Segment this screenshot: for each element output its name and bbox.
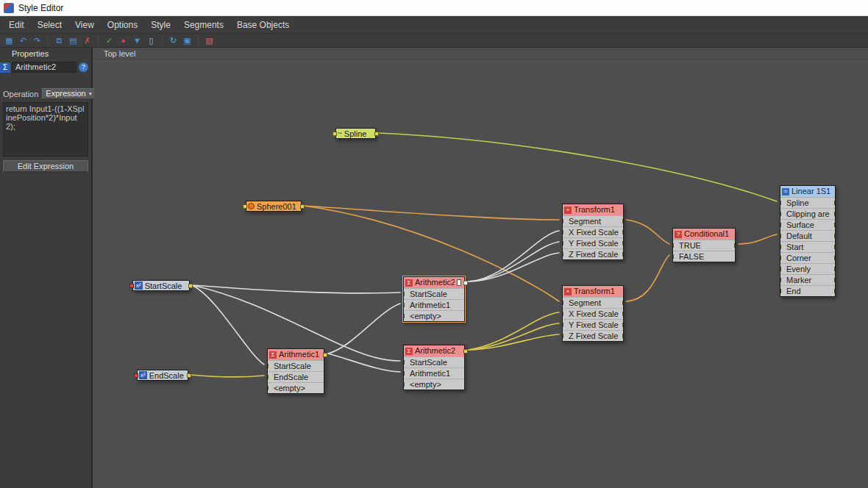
input-port[interactable] [404, 303, 405, 307]
input-port[interactable] [563, 323, 563, 327]
input-port[interactable] [404, 360, 405, 365]
output-port[interactable] [834, 201, 835, 205]
node-arithmetic1[interactable]: Σ Arithmetic1 StartScale EndScale <empty… [267, 348, 324, 394]
input-port[interactable] [780, 289, 781, 293]
input-port[interactable] [673, 243, 674, 248]
menu-segments[interactable]: Segments [177, 18, 230, 32]
output-port[interactable] [622, 323, 623, 327]
input-port[interactable] [268, 386, 268, 390]
output-port[interactable] [834, 256, 835, 260]
toolbar-undo-icon[interactable]: ↶ [18, 35, 29, 46]
menu-options[interactable]: Options [101, 18, 144, 32]
input-port[interactable] [780, 223, 781, 227]
wire-transform-bottom-to-conditional[interactable] [626, 255, 669, 301]
node-header[interactable]: + Transform1 [563, 204, 623, 215]
toolbar-trash-icon[interactable]: ▯ [146, 35, 157, 46]
output-port[interactable] [622, 219, 623, 223]
output-port[interactable] [187, 373, 191, 378]
node-endscale[interactable]: x² EndScale [137, 370, 188, 381]
properties-tab[interactable]: Properties [0, 48, 91, 60]
node-header[interactable]: ≈ Linear 1S1 [780, 186, 835, 197]
output-port[interactable] [834, 212, 835, 216]
input-port[interactable] [780, 234, 781, 238]
input-port[interactable] [780, 267, 781, 271]
node-header[interactable]: + Transform1 [563, 286, 623, 297]
output-port[interactable] [622, 312, 623, 316]
output-port[interactable] [834, 234, 835, 238]
input-port[interactable] [404, 382, 405, 387]
output-port[interactable] [622, 252, 623, 256]
input-port[interactable] [563, 219, 563, 223]
toolbar-compare-icon[interactable]: ▦ [4, 35, 15, 46]
output-port[interactable] [323, 353, 327, 357]
menu-edit[interactable]: Edit [2, 18, 31, 32]
output-port[interactable] [622, 334, 623, 338]
toolbar-frame-icon[interactable]: ▣ [182, 35, 193, 46]
input-port[interactable] [563, 334, 563, 338]
node-header[interactable]: ? Conditional1 [673, 229, 735, 240]
input-port[interactable] [404, 371, 405, 376]
input-port[interactable] [134, 373, 138, 378]
node-spline[interactable]: ~ Spline [335, 128, 376, 139]
menu-base-objects[interactable]: Base Objects [230, 18, 296, 32]
toolbar-refresh-icon[interactable]: ↻ [168, 35, 179, 46]
menu-style[interactable]: Style [144, 18, 177, 32]
output-port[interactable] [734, 243, 735, 248]
help-icon[interactable]: ? [79, 62, 88, 72]
input-port[interactable] [780, 201, 781, 205]
toolbar-layout-icon[interactable]: ▧ [204, 35, 215, 46]
output-port[interactable] [188, 284, 193, 288]
input-port[interactable] [780, 278, 781, 282]
input-port[interactable] [780, 212, 781, 216]
wire-spline-to-linear[interactable] [378, 133, 777, 201]
menu-view[interactable]: View [68, 18, 101, 32]
input-port[interactable] [268, 364, 268, 368]
menu-select[interactable]: Select [31, 18, 68, 32]
toolbar-copy-icon[interactable]: ⧉ [54, 35, 65, 46]
node-transform1-bottom[interactable]: + Transform1 Segment X Fixed Scale Y Fix… [562, 285, 624, 342]
operation-dropdown[interactable]: Expression ▾ [42, 88, 95, 99]
output-port[interactable] [374, 132, 379, 136]
wire-startscale-to-arith1[interactable] [192, 285, 264, 365]
node-linear-1s1[interactable]: ≈ Linear 1S1 Spline Clipping are Surface [780, 185, 836, 297]
toolbar-paste-icon[interactable]: ▤ [68, 35, 79, 46]
expression-editor[interactable]: return Input1-((1-XSplinePosition*2)*Inp… [3, 102, 88, 157]
input-port[interactable] [404, 314, 405, 318]
node-transform1-top[interactable]: + Transform1 Segment X Fixed Scale Y Fix… [562, 204, 624, 260]
input-port[interactable] [243, 204, 247, 209]
wire-arith1-to-arith2b[interactable] [328, 354, 400, 372]
output-port[interactable] [834, 267, 835, 271]
input-port[interactable] [780, 256, 781, 260]
input-port[interactable] [780, 245, 781, 249]
output-port[interactable] [622, 301, 623, 305]
node-header[interactable]: Σ Arithmetic2 [404, 277, 464, 288]
output-port[interactable] [463, 349, 468, 354]
node-sphere001[interactable]: Sphere001 [246, 201, 302, 212]
toolbar-redo-icon[interactable]: ↷ [32, 35, 43, 46]
input-port[interactable] [563, 301, 563, 305]
node-startscale[interactable]: x² StartScale [132, 280, 190, 291]
wire-arith1-to-arith2a[interactable] [328, 304, 400, 354]
output-port[interactable] [834, 289, 835, 293]
wire-conditional-to-linear[interactable] [739, 234, 777, 244]
output-port[interactable] [622, 241, 623, 245]
wire-endscale-to-arith1[interactable] [191, 375, 264, 377]
node-arithmetic2-bottom[interactable]: Σ Arithmetic2 StartScale Arithmetic1 <em… [403, 345, 465, 390]
node-name-field[interactable]: Arithmetic2 [12, 62, 77, 73]
output-port[interactable] [834, 223, 835, 227]
input-port[interactable] [563, 230, 563, 234]
edit-expression-button[interactable]: Edit Expression [3, 160, 88, 172]
input-port[interactable] [129, 284, 134, 288]
output-port[interactable] [463, 281, 468, 285]
input-port[interactable] [268, 375, 268, 379]
input-port[interactable] [404, 292, 405, 296]
input-port[interactable] [563, 252, 563, 256]
node-conditional1[interactable]: ? Conditional1 TRUE FALSE [672, 228, 736, 262]
toolbar-apply-icon[interactable]: ✓ [104, 35, 115, 46]
node-arithmetic2-top[interactable]: Σ Arithmetic2 StartScale Arithmetic1 <em… [403, 276, 465, 322]
input-port[interactable] [332, 132, 337, 136]
toolbar-delete-icon[interactable]: ✗ [82, 35, 93, 46]
output-port[interactable] [834, 245, 835, 249]
input-port[interactable] [673, 254, 674, 259]
output-port[interactable] [834, 278, 835, 282]
